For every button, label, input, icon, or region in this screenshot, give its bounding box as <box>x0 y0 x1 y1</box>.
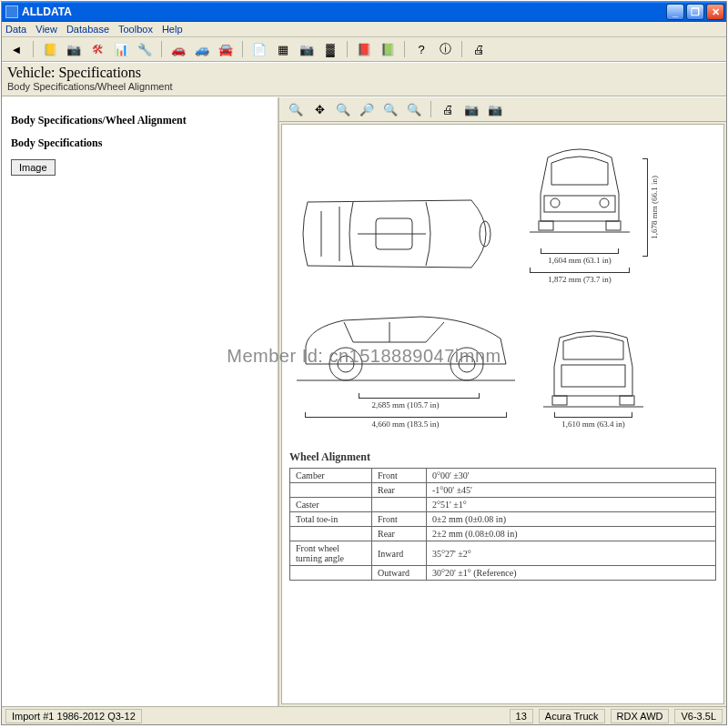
dim-front-track: 1,604 mm (63.1 in) <box>548 256 612 265</box>
back-button[interactable]: ◄ <box>7 40 25 58</box>
pan-icon[interactable]: ✥ <box>310 100 329 118</box>
tool-icon[interactable]: 📒 <box>41 40 59 58</box>
svg-rect-18 <box>552 396 567 405</box>
tool-icon[interactable]: 🔧 <box>136 40 154 58</box>
camera-icon[interactable]: 📷 <box>486 100 504 118</box>
svg-rect-8 <box>539 221 553 230</box>
table-row: Rear2±2 mm (0.08±0.08 in) <box>290 527 716 541</box>
status-year: 13 <box>510 709 533 723</box>
status-dataset: Import #1 1986-2012 Q3-12 <box>5 709 142 723</box>
main-toolbar: ◄ 📒 📷 🛠 📊 🔧 🚗 🚙 🚘 📄 ▦ 📷 ▓ 📕 📗 ? ⓘ 🖨 <box>2 37 726 62</box>
zoom-out-icon[interactable]: 🔍 <box>405 100 423 118</box>
tool-icon[interactable]: ▓ <box>321 40 339 58</box>
car-icon[interactable]: 🚗 <box>169 40 187 58</box>
zoom-in-icon[interactable]: 🔍 <box>287 100 305 118</box>
tool-icon[interactable]: 📊 <box>112 40 130 58</box>
dim-overall-width: 1,872 mm (73.7 in) <box>548 275 612 284</box>
left-subheading: Body Specifications <box>11 136 268 150</box>
table-row: Outward30°20' ±1° (Reference) <box>290 566 716 581</box>
status-model: RDX AWD <box>611 709 670 723</box>
table-row: Rear-1°00' ±45' <box>290 483 716 498</box>
vehicle-rear-view: 1,610 mm (63.4 in) <box>534 312 652 429</box>
left-heading: Body Specifications/Wheel Alignment <box>11 114 268 127</box>
app-icon <box>5 5 18 18</box>
breadcrumb: Vehicle: Specifications Body Specificati… <box>2 62 726 96</box>
tool-icon[interactable]: 📗 <box>379 40 397 58</box>
car-icon[interactable]: 🚘 <box>217 40 235 58</box>
svg-point-6 <box>551 198 560 207</box>
status-make: Acura Truck <box>539 709 605 723</box>
image-viewer[interactable]: 1,604 mm (63.1 in) 1,872 mm (73.7 in) 1,… <box>281 124 724 704</box>
left-pane: Body Specifications/Wheel Alignment Body… <box>2 97 279 706</box>
status-bar: Import #1 1986-2012 Q3-12 13 Acura Truck… <box>2 706 726 724</box>
menu-toolbox[interactable]: Toolbox <box>118 24 153 35</box>
svg-rect-17 <box>561 365 625 387</box>
dim-wheelbase: 2,685 mm (105.7 in) <box>371 400 439 410</box>
svg-point-7 <box>600 198 609 207</box>
spec-table: CamberFront0°00' ±30'Rear-1°00' ±45'Cast… <box>289 468 716 581</box>
dim-height: 1,678 mm (66.1 in) <box>648 174 661 241</box>
car-icon[interactable]: 🚙 <box>193 40 211 58</box>
tool-icon[interactable]: 🛠 <box>88 40 106 58</box>
right-pane: 🔍 ✥ 🔍 🔎 🔍 🔍 🖨 📷 📷 <box>279 97 726 706</box>
zoom-window-icon[interactable]: 🔍 <box>334 100 352 118</box>
table-row: Total toe-inFront0±2 mm (0±0.08 in) <box>290 512 716 527</box>
tool-icon[interactable]: 📷 <box>298 40 316 58</box>
window-title: ALLDATA <box>22 5 72 18</box>
help-icon[interactable]: ? <box>412 40 430 58</box>
page-path: Body Specifications/Wheel Alignment <box>7 81 721 92</box>
tool-icon[interactable]: 📕 <box>355 40 373 58</box>
tool-icon[interactable]: 📄 <box>250 40 268 58</box>
menu-view[interactable]: View <box>35 24 57 35</box>
zoom-fit-icon[interactable]: 🔍 <box>381 100 399 118</box>
image-toolbar: 🔍 ✥ 🔍 🔎 🔍 🔍 🖨 📷 📷 <box>279 97 726 122</box>
close-button[interactable]: ✕ <box>706 4 724 20</box>
image-button[interactable]: Image <box>11 159 56 176</box>
spec-title: Wheel Alignment <box>289 450 716 464</box>
vehicle-side-view: 2,685 mm (105.7 in) 4,660 mm (183.5 in) <box>289 293 521 429</box>
titlebar: ALLDATA _ ❐ ✕ <box>2 2 726 22</box>
table-row: CamberFront0°00' ±30' <box>290 469 716 483</box>
svg-rect-9 <box>606 221 621 230</box>
vehicle-front-view: 1,604 mm (63.1 in) 1,872 mm (73.7 in) <box>521 130 639 284</box>
dim-rear-track: 1,610 mm (63.4 in) <box>561 420 625 429</box>
page-title: Vehicle: Specifications <box>7 65 721 81</box>
menubar: Data View Database Toolbox Help <box>2 22 726 37</box>
tool-icon[interactable]: 📷 <box>65 40 83 58</box>
maximize-button[interactable]: ❐ <box>686 4 704 20</box>
print-icon[interactable]: 🖨 <box>470 40 488 58</box>
menu-help[interactable]: Help <box>162 24 183 35</box>
dim-overall-length: 4,660 mm (183.5 in) <box>371 420 439 429</box>
svg-rect-19 <box>620 396 634 405</box>
table-row: Caster2°51' ±1° <box>290 498 716 512</box>
info-icon[interactable]: ⓘ <box>436 40 454 58</box>
table-row: Front wheel turning angleInward35°27' ±2… <box>290 541 716 566</box>
status-engine: V6-3.5L <box>674 709 723 723</box>
print-icon[interactable]: 🖨 <box>439 100 457 118</box>
minimize-button[interactable]: _ <box>666 4 684 20</box>
zoom-actual-icon[interactable]: 🔎 <box>358 100 376 118</box>
menu-data[interactable]: Data <box>5 24 26 35</box>
vehicle-top-view <box>289 184 508 284</box>
camera-icon[interactable]: 📷 <box>462 100 480 118</box>
menu-database[interactable]: Database <box>66 24 109 35</box>
tool-icon[interactable]: ▦ <box>274 40 292 58</box>
